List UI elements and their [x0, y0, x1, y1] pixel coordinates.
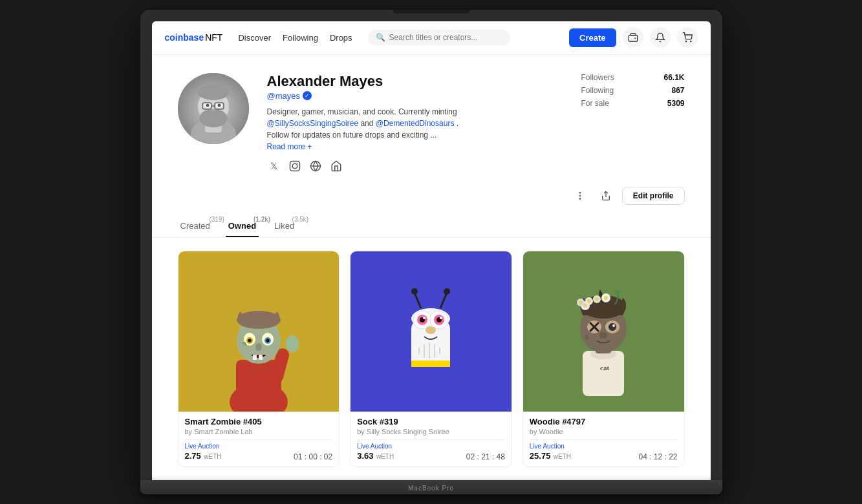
tab-owned-label: Owned — [228, 221, 256, 231]
stat-followers: Followers 66.1K — [581, 73, 685, 82]
tab-liked[interactable]: Liked (3.5k) — [272, 216, 297, 237]
svg-point-1 — [634, 37, 636, 39]
ellipsis-vertical-icon — [575, 191, 585, 201]
svg-point-20 — [297, 163, 298, 164]
tab-created[interactable]: Created (319) — [178, 216, 213, 237]
share-icon — [601, 191, 611, 201]
svg-point-9 — [198, 85, 229, 100]
handle-text[interactable]: @mayes — [267, 91, 301, 101]
nft-auction-0: Live Auction — [185, 443, 222, 450]
more-options-btn[interactable] — [570, 186, 590, 205]
search-input[interactable] — [389, 33, 502, 42]
svg-point-30 — [286, 335, 299, 352]
svg-text:cat: cat — [600, 364, 609, 372]
nft-price-wrap-1: Live Auction 3.63 wETH — [357, 443, 394, 461]
instagram-icon[interactable] — [288, 159, 302, 173]
nft-image-2: cat — [523, 251, 684, 412]
nft-creator-2: by Woodie — [530, 428, 678, 436]
nft-info-0: Smart Zombie #405 by Smart Zombie Lab Li… — [178, 412, 339, 467]
svg-point-82 — [612, 324, 615, 327]
twitter-icon[interactable]: 𝕏 — [267, 159, 281, 173]
nft-card-1[interactable]: Sock #319 by Silly Socks Singing Soiree … — [350, 251, 512, 468]
woodie-artwork: cat — [539, 267, 668, 396]
nft-footer-1: Live Auction 3.63 wETH 02 : 21 : 48 — [357, 443, 505, 461]
cart-icon-btn[interactable] — [677, 27, 698, 48]
bio-text-2: . — [457, 119, 458, 128]
svg-point-59 — [426, 326, 436, 334]
followers-value: 66.1K — [663, 73, 684, 82]
nft-bg-zombie — [178, 251, 339, 412]
tab-created-count: (319) — [209, 216, 224, 223]
svg-point-72 — [587, 299, 591, 303]
profile-name: Alexander Mayes — [267, 73, 563, 90]
svg-point-76 — [604, 296, 608, 300]
nft-auction-2: Live Auction — [530, 443, 571, 450]
nft-info-1: Sock #319 by Silly Socks Singing Soiree … — [350, 412, 512, 467]
nft-timer-wrap-1: 02 : 21 : 48 — [466, 452, 505, 461]
read-more-link[interactable]: Read more + — [267, 142, 563, 151]
navbar: coinbase NFT Discover Following Drops 🔍 … — [152, 21, 711, 55]
nft-info-2: Woodie #4797 by Woodie Live Auction 25.7… — [523, 412, 684, 467]
nav-following[interactable]: Following — [283, 33, 318, 43]
laptop-screen: coinbase NFT Discover Following Drops 🔍 … — [152, 21, 711, 481]
followers-label: Followers — [581, 73, 614, 82]
nav-links: Discover Following Drops — [238, 33, 352, 43]
for-sale-value: 5309 — [667, 99, 685, 108]
notification-icon-btn[interactable] — [650, 27, 671, 48]
tab-owned[interactable]: Owned (1.2k) — [226, 216, 259, 237]
svg-point-40 — [255, 343, 262, 351]
laptop-shell: coinbase NFT Discover Following Drops 🔍 … — [140, 10, 722, 495]
bio-link-1[interactable]: @SillySocksSingingSoiree — [267, 119, 359, 128]
svg-point-19 — [292, 163, 297, 169]
divider-2 — [530, 439, 678, 440]
wallet-icon-btn[interactable] — [623, 27, 643, 48]
svg-point-10 — [199, 109, 228, 127]
nav-drops[interactable]: Drops — [330, 33, 352, 43]
verified-badge: ✓ — [303, 91, 312, 100]
nft-title-2: Woodie #4797 — [530, 417, 678, 426]
nav-discover[interactable]: Discover — [238, 33, 271, 43]
create-button[interactable]: Create — [569, 28, 616, 47]
nft-card-2[interactable]: cat — [523, 251, 685, 468]
nft-timer-2: 04 : 12 : 22 — [638, 452, 677, 461]
for-sale-label: For sale — [581, 99, 609, 108]
globe-icon[interactable] — [308, 159, 323, 173]
avatar-image — [178, 73, 249, 144]
nft-footer-0: Live Auction 2.75 wETH 01 : 00 : 02 — [185, 443, 333, 461]
brand-nft-text: NFT — [205, 32, 222, 43]
nft-title-0: Smart Zombie #405 — [185, 417, 333, 426]
svg-line-49 — [440, 293, 447, 308]
nft-price-1: 3.63 wETH — [357, 450, 394, 461]
bio-link-2[interactable]: @DementedDinosaurs — [376, 119, 455, 128]
laptop-notch — [393, 10, 470, 14]
profile-stats: Followers 66.1K Following 867 For sale 5… — [581, 73, 685, 112]
search-icon: 🔍 — [376, 33, 385, 42]
nft-card-0[interactable]: Smart Zombie #405 by Smart Zombie Lab Li… — [178, 251, 340, 468]
laptop-base: MacBook Pro — [140, 480, 722, 494]
cart-icon — [682, 32, 693, 43]
svg-rect-0 — [629, 36, 637, 41]
profile-bio: Designer, gamer, musician, and cook. Cur… — [267, 106, 513, 141]
svg-rect-42 — [259, 355, 263, 360]
nft-creator-0: by Smart Zombie Lab — [185, 428, 333, 436]
nft-footer-2: Live Auction 25.75 wETH 04 : 12 : 22 — [530, 443, 678, 461]
nft-auction-1: Live Auction — [357, 443, 394, 450]
bio-text-1: Designer, gamer, musician, and cook. Cur… — [267, 107, 457, 116]
svg-point-54 — [423, 317, 426, 319]
edit-profile-button[interactable]: Edit profile — [622, 187, 685, 205]
store-icon[interactable] — [329, 159, 343, 173]
zombie-artwork — [194, 282, 323, 412]
svg-point-81 — [609, 323, 616, 331]
brand-logo[interactable]: coinbase NFT — [165, 32, 223, 43]
brand-coinbase-text: coinbase — [165, 32, 204, 43]
following-label: Following — [581, 86, 614, 95]
svg-point-58 — [440, 317, 442, 319]
divider-1 — [357, 439, 505, 440]
share-btn[interactable] — [596, 186, 616, 205]
tabs-section: Created (319) Owned (1.2k) Liked (3.5k) — [152, 211, 711, 238]
macbook-label: MacBook Pro — [408, 485, 454, 492]
svg-point-24 — [579, 194, 581, 196]
sock-artwork — [366, 267, 495, 396]
avatar — [178, 73, 249, 144]
nft-grid: Smart Zombie #405 by Smart Zombie Lab Li… — [152, 238, 711, 481]
